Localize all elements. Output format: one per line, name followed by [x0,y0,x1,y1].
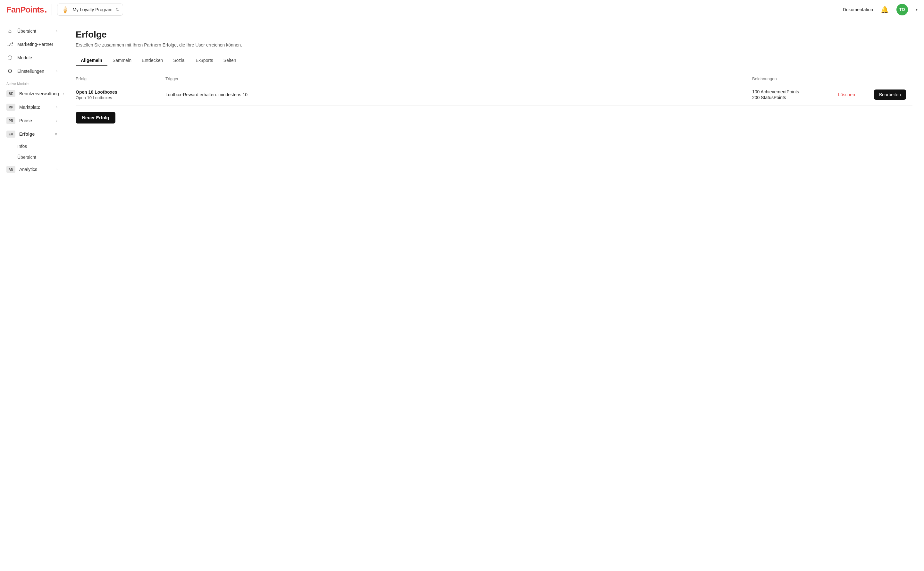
program-name: My Loyalty Program [72,7,112,12]
chevron-right-icon-3: › [63,91,64,96]
sidebar-label-benutzerverwaltung: Benutzerverwaltung [19,91,59,96]
sidebar-subitem-uebersicht[interactable]: Übersicht [0,152,64,163]
new-achievement-button[interactable]: Neuer Erfolg [75,112,116,123]
table-header: Erfolg Trigger Belohnungen [75,74,912,84]
sidebar-item-analytics[interactable]: AN Analytics › [0,163,64,176]
sidebar-label-uebersicht: Übersicht [17,29,52,34]
badge-mp: MP [6,103,15,111]
sidebar-item-marketing-partner[interactable]: ⎇ Marketing-Partner [0,37,64,51]
sidebar-item-module[interactable]: ⬡ Module [0,51,64,65]
subitem-label-infos: Infos [17,144,27,149]
edit-col: Bearbeiten [874,90,912,100]
tab-entdecken[interactable]: Entdecken [137,55,168,66]
logo-text: FanPoints [6,5,44,14]
header-right: Dokumentation 🔔 TO ▾ [843,4,918,15]
sidebar-item-erfolge[interactable]: ER Erfolge ∨ [0,127,64,141]
achievement-sub: Open 10 Lootboxes [75,95,165,100]
header-divider [52,4,52,15]
page-subtitle: Erstellen Sie zusammen mit Ihren Partner… [75,42,912,48]
app-header: FanPoints. 🍦 My Loyalty Program ⇅ Dokume… [0,0,924,19]
sidebar-item-marktplatz[interactable]: MP Marktplatz › [0,100,64,114]
col-header-empty2 [874,76,912,81]
sidebar-label-analytics: Analytics [19,167,52,172]
trigger-col: Lootbox-Reward erhalten: mindestens 10 [165,92,752,97]
program-icon: 🍦 [61,6,69,14]
avatar[interactable]: TO [896,4,908,15]
tab-e-sports[interactable]: E-Sports [191,55,218,66]
delete-col: Löschen [836,91,874,99]
sidebar-label-module: Module [17,55,57,60]
achievement-name: Open 10 Lootboxes [75,90,165,95]
main-content: Erfolge Erstellen Sie zusammen mit Ihren… [64,19,924,571]
chevron-right-icon: › [56,29,57,33]
col-header-belohnungen: Belohnungen [752,76,836,81]
sidebar-item-einstellungen[interactable]: ⚙ Einstellungen › [0,65,64,78]
share-icon: ⎇ [6,41,14,48]
notification-button[interactable]: 🔔 [879,5,890,15]
logo: FanPoints. [6,5,46,14]
subitem-label-uebersicht: Übersicht [17,154,36,160]
reward-1: 100 AchievementPoints [752,89,836,94]
col-header-trigger: Trigger [165,76,752,81]
sidebar-label-marktplatz: Marktplatz [19,105,52,110]
aktive-module-label: Aktive Module [0,78,64,87]
tab-sozial[interactable]: Sozial [168,55,191,66]
home-icon: ⌂ [6,28,14,34]
gear-icon: ⚙ [6,68,14,75]
chevron-right-icon-4: › [56,105,57,110]
page-title: Erfolge [75,29,912,40]
tab-sammeln[interactable]: Sammeln [108,55,137,66]
chevron-right-icon-6: › [56,167,57,171]
sidebar-subitem-infos[interactable]: Infos [0,141,64,152]
program-selector[interactable]: 🍦 My Loyalty Program ⇅ [57,3,123,16]
main-layout: ⌂ Übersicht › ⎇ Marketing-Partner ⬡ Modu… [0,19,924,571]
cube-icon: ⬡ [6,54,14,61]
chevron-right-icon-5: › [56,118,57,123]
sidebar-item-uebersicht[interactable]: ⌂ Übersicht › [0,25,64,37]
sidebar-label-marketing: Marketing-Partner [17,42,57,47]
logo-dot: . [45,5,47,14]
sidebar-label-erfolge: Erfolge [19,131,51,137]
sidebar-label-einstellungen: Einstellungen [17,69,52,74]
chevron-right-icon-2: › [56,69,57,74]
delete-button[interactable]: Löschen [836,91,858,99]
badge-an: AN [6,166,15,173]
edit-button[interactable]: Bearbeiten [874,90,906,100]
col-header-erfolg: Erfolg [75,76,165,81]
avatar-chevron-icon[interactable]: ▾ [916,8,918,12]
sidebar: ⌂ Übersicht › ⎇ Marketing-Partner ⬡ Modu… [0,19,64,571]
category-tabs: Allgemein Sammeln Entdecken Sozial E-Spo… [75,55,912,66]
badge-pr: PR [6,117,15,124]
sidebar-item-preise[interactable]: PR Preise › [0,114,64,127]
achievement-name-col: Open 10 Lootboxes Open 10 Lootboxes [75,90,165,100]
badge-be: BE [6,90,15,97]
tab-allgemein[interactable]: Allgemein [75,55,108,66]
badge-er: ER [6,131,15,137]
chevron-down-icon: ∨ [54,132,57,136]
sidebar-label-preise: Preise [19,118,52,123]
table-row: Open 10 Lootboxes Open 10 Lootboxes Loot… [75,84,912,105]
sidebar-item-benutzerverwaltung[interactable]: BE Benutzerverwaltung › [0,87,64,100]
documentation-link[interactable]: Dokumentation [843,7,873,12]
tab-selten[interactable]: Selten [218,55,242,66]
chevron-updown-icon: ⇅ [116,8,119,12]
rewards-col: 100 AchievementPoints 200 StatusPoints [752,89,836,100]
reward-2: 200 StatusPoints [752,95,836,100]
col-header-empty1 [836,76,874,81]
